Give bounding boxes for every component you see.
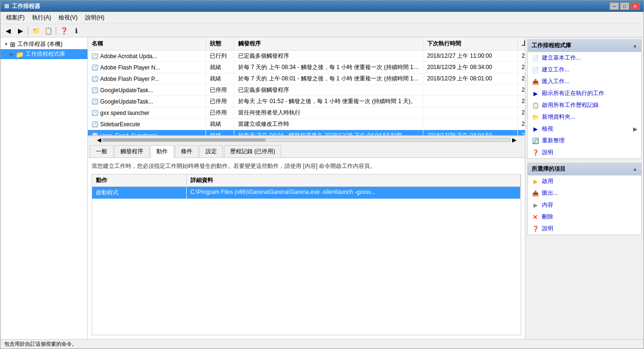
task-status-4: 已停用 bbox=[206, 96, 234, 107]
task-next-7: 2018/12/26 下午 04:04:53 bbox=[423, 130, 518, 136]
section-collapse-selected[interactable]: ▲ bbox=[633, 166, 637, 172]
task-next-2: 2018/12/29 上午 08:01:00 bbox=[423, 73, 518, 84]
create-basic-icon: 📄 bbox=[532, 54, 539, 62]
task-table-header: 名稱 狀態 觸發程序 下次執行時間 上次執行時間 bbox=[88, 37, 525, 51]
scroll-thumb[interactable] bbox=[103, 139, 266, 141]
help-selected-icon: ❓ bbox=[532, 225, 539, 233]
horizontal-scrollbar[interactable]: ◀ ▶ bbox=[88, 136, 525, 143]
action-label-create-basic: 建立基本工作... bbox=[542, 54, 581, 62]
task-name-3: 🕐 GoogleUpdateTask... bbox=[88, 85, 206, 96]
task-icon-7: 🕐 bbox=[92, 132, 98, 136]
task-last-5: 2018/12/26 上午 11:13 bbox=[518, 107, 525, 118]
section-collapse-library[interactable]: ▲ bbox=[633, 43, 637, 48]
table-row[interactable]: 🕐 GoogleUpdateTask... 已停用 已定義多個觸發程序 2018… bbox=[88, 85, 525, 96]
action-new-folder[interactable]: 📁 新增資料夾... bbox=[528, 111, 641, 123]
tab-general[interactable]: 一般 bbox=[90, 145, 113, 157]
right-section-body-library: 📄 建立基本工作... 📄 建立工作... 📤 匯入工作... ▶ 顯示所有正在… bbox=[528, 52, 641, 158]
action-refresh[interactable]: 🔄 重新整理 bbox=[528, 135, 641, 147]
task-next-3 bbox=[423, 85, 518, 96]
view-submenu-arrow: ▶ bbox=[633, 126, 637, 132]
action-label-create-task: 建立工作... bbox=[542, 66, 569, 74]
tree-expand-root: ▼ bbox=[3, 42, 9, 47]
col-status[interactable]: 狀態 bbox=[206, 38, 234, 49]
menu-view[interactable]: 檢視(V) bbox=[55, 13, 81, 23]
minimize-button[interactable]: ─ bbox=[610, 2, 619, 10]
table-row[interactable]: 🕐 Adobe Flash Player N... 就緒 於每 7 天的 上午 … bbox=[88, 62, 525, 73]
task-icon-4: 🕐 bbox=[92, 98, 98, 105]
col-trigger[interactable]: 觸發程序 bbox=[234, 38, 423, 49]
table-row[interactable]: 🕐 gxx speed launcher 已停用 當任何使用者登入時執行 201… bbox=[88, 107, 525, 119]
scroll-track bbox=[102, 138, 511, 142]
task-last-7: 2018/12/25 下午 01:28 bbox=[518, 130, 525, 136]
scroll-right-button[interactable]: ▶ bbox=[511, 137, 517, 143]
menu-run[interactable]: 執行(A) bbox=[28, 13, 55, 23]
tabs-bar: 一般 觸發程序 動作 條件 設定 歷程記錄 (已停用) bbox=[88, 143, 525, 158]
tree-item-library[interactable]: ▶ 📁 工作排程程式庫 bbox=[0, 49, 87, 59]
action-create-basic[interactable]: 📄 建立基本工作... bbox=[528, 52, 641, 64]
task-name-0: 🕐 Adobe Acrobat Upda... bbox=[88, 51, 206, 61]
action-help-selected[interactable]: ❓ 說明 bbox=[528, 223, 641, 235]
action-area: 當您建立工作時，您必須指定工作開始時將發生的動作。若要變更這些動作，請使用 [內… bbox=[88, 158, 525, 339]
tab-trigger[interactable]: 觸發程序 bbox=[114, 145, 149, 157]
back-button[interactable]: ◀ bbox=[2, 26, 14, 36]
menu-help[interactable]: 說明(H) bbox=[81, 13, 108, 23]
action-create-task[interactable]: 📄 建立工作... bbox=[528, 64, 641, 76]
toolbar-separator-1 bbox=[28, 26, 28, 35]
table-row[interactable]: 🕐 Adobe Flash Player P... 就緒 於每 7 天的 上午 … bbox=[88, 73, 525, 85]
tab-condition[interactable]: 條件 bbox=[175, 145, 198, 157]
task-name-2: 🕐 Adobe Flash Player P... bbox=[88, 73, 206, 84]
table-row[interactable]: 🕐 GoogleUpdateTask... 已停用 於每天 上午 01:52 -… bbox=[88, 96, 525, 107]
properties-icon: ▶ bbox=[532, 201, 539, 209]
col-next-run[interactable]: 下次執行時間 bbox=[423, 38, 518, 49]
action-col-detail: 詳細資料 bbox=[187, 174, 521, 186]
scroll-left-button[interactable]: ◀ bbox=[95, 137, 102, 143]
action-export[interactable]: 📤 匯出... bbox=[528, 187, 641, 199]
task-icon-1: 🕐 bbox=[92, 64, 98, 71]
action-label-help-library: 說明 bbox=[542, 148, 553, 157]
maximize-button[interactable]: □ bbox=[620, 2, 629, 10]
tab-action[interactable]: 動作 bbox=[150, 145, 174, 158]
task-name-7: 🕐 User_Feed_Synchroni... bbox=[88, 130, 206, 136]
window-icon: ⊞ bbox=[4, 3, 9, 9]
task-next-6 bbox=[423, 119, 518, 130]
action-enable[interactable]: ▶ 啟用 bbox=[528, 175, 641, 187]
action-help-library[interactable]: ❓ 說明 bbox=[528, 147, 641, 158]
action-view[interactable]: ▶ 檢視 ▶ bbox=[528, 123, 641, 135]
col-name[interactable]: 名稱 bbox=[88, 38, 206, 49]
help-button[interactable]: ❓ bbox=[58, 26, 69, 36]
action-label-view: 檢視 bbox=[542, 125, 553, 133]
table-row[interactable]: 🕐 SidebarExecute 就緒 當建立或修改工作時 2018/12/16… bbox=[88, 119, 525, 130]
table-row[interactable]: 🕐 User_Feed_Synchroni... 就緒 於每天 下午 04:04… bbox=[88, 130, 525, 136]
enable-history-icon: 📋 bbox=[532, 102, 539, 109]
task-status-7: 就緒 bbox=[206, 130, 234, 136]
right-section-body-selected: ▶ 啟用 📤 匯出... ▶ 內容 ✕ 刪除 bbox=[528, 175, 641, 235]
info-button[interactable]: ℹ bbox=[70, 26, 82, 36]
tab-history[interactable]: 歷程記錄 (已停用) bbox=[224, 145, 281, 157]
col-last-run[interactable]: 上次執行時間 bbox=[518, 38, 525, 49]
action-show-running[interactable]: ▶ 顯示所有正在執行的工作 bbox=[528, 87, 641, 99]
folder-button[interactable]: 📁 bbox=[30, 26, 42, 36]
forward-button[interactable]: ▶ bbox=[15, 26, 26, 36]
action-enable-history[interactable]: 📋 啟用所有工作歷程記錄 bbox=[528, 99, 641, 111]
menu-file[interactable]: 檔案(F) bbox=[2, 13, 28, 23]
task-trigger-6: 當建立或修改工作時 bbox=[234, 119, 423, 130]
task-name-1: 🕐 Adobe Flash Player N... bbox=[88, 62, 206, 73]
import-icon: 📤 bbox=[532, 78, 539, 86]
action-import[interactable]: 📤 匯入工作... bbox=[528, 76, 641, 87]
tab-settings[interactable]: 設定 bbox=[199, 145, 223, 157]
title-bar-controls: ─ □ ✕ bbox=[610, 2, 640, 10]
tree-item-root[interactable]: ▼ ⊞ 工作排程器 (本機) bbox=[0, 39, 87, 49]
right-panel: 工作排程程式庫 ▲ 📄 建立基本工作... 📄 建立工作... 📤 匯入工作..… bbox=[525, 37, 644, 339]
action-delete[interactable]: ✕ 刪除 bbox=[528, 211, 641, 223]
action-label-enable-history: 啟用所有工作歷程記錄 bbox=[542, 101, 599, 109]
task-name-4: 🕐 GoogleUpdateTask... bbox=[88, 96, 206, 107]
properties-button[interactable]: 📋 bbox=[43, 26, 54, 36]
close-button[interactable]: ✕ bbox=[630, 2, 640, 10]
create-task-icon: 📄 bbox=[532, 66, 539, 74]
action-col-action: 動作 bbox=[92, 174, 187, 186]
table-row[interactable]: 🕐 Adobe Acrobat Upda... 已行列 已定義多個觸發程序 20… bbox=[88, 51, 525, 62]
action-row[interactable]: 啟動程式 C:\Program Files (x86)\Garena\Garen… bbox=[92, 187, 521, 199]
task-trigger-7: 於每天 下午 04:04 - 觸發程序將在 2028/12/26 下午 04:0… bbox=[234, 130, 423, 136]
action-properties[interactable]: ▶ 內容 bbox=[528, 199, 641, 211]
task-status-6: 就緒 bbox=[206, 119, 234, 130]
